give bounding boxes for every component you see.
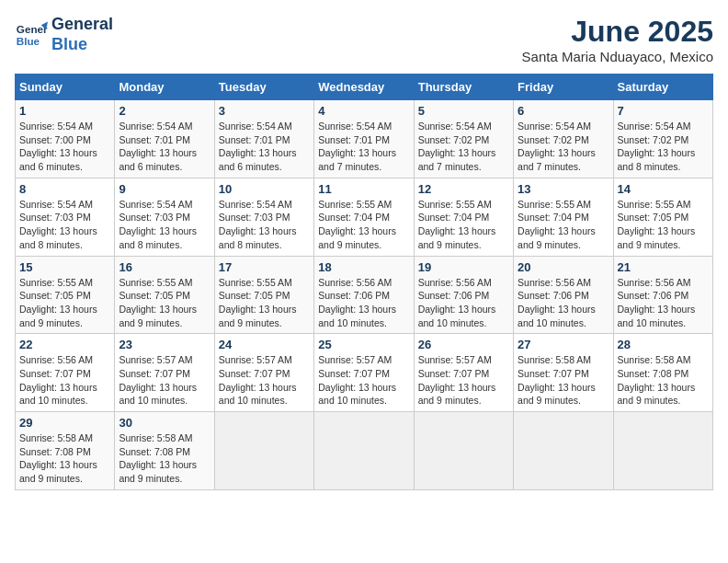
day-info: Sunrise: 5:58 AMSunset: 7:08 PMDaylight:… bbox=[19, 432, 97, 484]
title-area: June 2025 Santa Maria Nduayaco, Mexico bbox=[522, 15, 713, 64]
day-number: 29 bbox=[19, 416, 110, 430]
day-cell: 2 Sunrise: 5:54 AMSunset: 7:01 PMDayligh… bbox=[115, 100, 214, 178]
calendar-title: June 2025 bbox=[522, 15, 713, 49]
empty-cell bbox=[214, 412, 313, 490]
day-number: 1 bbox=[19, 104, 110, 118]
calendar-row: 22 Sunrise: 5:56 AMSunset: 7:07 PMDaylig… bbox=[16, 334, 713, 412]
day-cell: 14 Sunrise: 5:55 AMSunset: 7:05 PMDaylig… bbox=[613, 178, 712, 256]
day-number: 4 bbox=[318, 104, 409, 118]
calendar-table: Sunday Monday Tuesday Wednesday Thursday… bbox=[15, 74, 713, 490]
day-number: 28 bbox=[618, 338, 709, 351]
day-number: 21 bbox=[618, 260, 709, 274]
day-info: Sunrise: 5:58 AMSunset: 7:08 PMDaylight:… bbox=[618, 354, 696, 406]
day-number: 5 bbox=[418, 104, 509, 118]
header-monday: Monday bbox=[115, 75, 214, 100]
day-number: 27 bbox=[518, 338, 609, 351]
day-cell: 30 Sunrise: 5:58 AMSunset: 7:08 PMDaylig… bbox=[115, 412, 214, 490]
empty-cell bbox=[613, 412, 712, 490]
day-cell: 8 Sunrise: 5:54 AMSunset: 7:03 PMDayligh… bbox=[16, 178, 115, 256]
day-cell: 19 Sunrise: 5:56 AMSunset: 7:06 PMDaylig… bbox=[414, 256, 513, 334]
day-number: 19 bbox=[418, 260, 509, 274]
day-number: 14 bbox=[618, 182, 709, 196]
day-number: 24 bbox=[219, 338, 310, 351]
day-cell: 5 Sunrise: 5:54 AMSunset: 7:02 PMDayligh… bbox=[414, 100, 513, 178]
day-number: 6 bbox=[518, 104, 609, 118]
day-number: 8 bbox=[19, 182, 110, 196]
day-info: Sunrise: 5:54 AMSunset: 7:01 PMDaylight:… bbox=[119, 121, 197, 172]
day-info: Sunrise: 5:54 AMSunset: 7:03 PMDaylight:… bbox=[19, 199, 97, 250]
calendar-subtitle: Santa Maria Nduayaco, Mexico bbox=[522, 49, 713, 64]
day-info: Sunrise: 5:55 AMSunset: 7:04 PMDaylight:… bbox=[518, 199, 596, 250]
header-saturday: Saturday bbox=[613, 75, 712, 100]
day-info: Sunrise: 5:56 AMSunset: 7:06 PMDaylight:… bbox=[418, 277, 496, 328]
page-header: General Blue General Blue June 2025 Sant… bbox=[15, 15, 713, 64]
logo-line2: Blue bbox=[51, 35, 113, 55]
weekday-header-row: Sunday Monday Tuesday Wednesday Thursday… bbox=[16, 75, 713, 100]
day-number: 11 bbox=[318, 182, 409, 196]
day-cell: 27 Sunrise: 5:58 AMSunset: 7:07 PMDaylig… bbox=[514, 334, 613, 412]
day-cell: 23 Sunrise: 5:57 AMSunset: 7:07 PMDaylig… bbox=[115, 334, 214, 412]
day-info: Sunrise: 5:55 AMSunset: 7:04 PMDaylight:… bbox=[418, 199, 496, 250]
day-number: 12 bbox=[418, 182, 509, 196]
calendar-row: 15 Sunrise: 5:55 AMSunset: 7:05 PMDaylig… bbox=[16, 256, 713, 334]
day-cell: 9 Sunrise: 5:54 AMSunset: 7:03 PMDayligh… bbox=[115, 178, 214, 256]
empty-cell bbox=[414, 412, 513, 490]
day-number: 7 bbox=[618, 104, 709, 118]
day-info: Sunrise: 5:56 AMSunset: 7:07 PMDaylight:… bbox=[19, 354, 97, 406]
day-cell: 22 Sunrise: 5:56 AMSunset: 7:07 PMDaylig… bbox=[16, 334, 115, 412]
day-cell: 17 Sunrise: 5:55 AMSunset: 7:05 PMDaylig… bbox=[214, 256, 313, 334]
day-number: 17 bbox=[219, 260, 310, 274]
day-info: Sunrise: 5:57 AMSunset: 7:07 PMDaylight:… bbox=[119, 354, 197, 406]
header-wednesday: Wednesday bbox=[314, 75, 414, 100]
day-cell: 6 Sunrise: 5:54 AMSunset: 7:02 PMDayligh… bbox=[514, 100, 613, 178]
day-cell: 25 Sunrise: 5:57 AMSunset: 7:07 PMDaylig… bbox=[314, 334, 414, 412]
day-cell: 11 Sunrise: 5:55 AMSunset: 7:04 PMDaylig… bbox=[314, 178, 414, 256]
day-info: Sunrise: 5:55 AMSunset: 7:05 PMDaylight:… bbox=[219, 277, 297, 328]
day-info: Sunrise: 5:57 AMSunset: 7:07 PMDaylight:… bbox=[318, 354, 396, 406]
calendar-row: 29 Sunrise: 5:58 AMSunset: 7:08 PMDaylig… bbox=[16, 412, 713, 490]
day-number: 18 bbox=[318, 260, 409, 274]
day-number: 26 bbox=[418, 338, 509, 351]
day-number: 13 bbox=[518, 182, 609, 196]
day-info: Sunrise: 5:57 AMSunset: 7:07 PMDaylight:… bbox=[418, 354, 496, 406]
day-cell: 4 Sunrise: 5:54 AMSunset: 7:01 PMDayligh… bbox=[314, 100, 414, 178]
day-number: 23 bbox=[119, 338, 210, 351]
day-number: 9 bbox=[119, 182, 210, 196]
day-cell: 24 Sunrise: 5:57 AMSunset: 7:07 PMDaylig… bbox=[214, 334, 313, 412]
day-info: Sunrise: 5:56 AMSunset: 7:06 PMDaylight:… bbox=[518, 277, 596, 328]
day-cell: 13 Sunrise: 5:55 AMSunset: 7:04 PMDaylig… bbox=[514, 178, 613, 256]
day-info: Sunrise: 5:54 AMSunset: 7:02 PMDaylight:… bbox=[518, 121, 596, 172]
header-thursday: Thursday bbox=[414, 75, 513, 100]
day-info: Sunrise: 5:56 AMSunset: 7:06 PMDaylight:… bbox=[318, 277, 396, 328]
day-number: 22 bbox=[19, 338, 110, 351]
day-info: Sunrise: 5:54 AMSunset: 7:01 PMDaylight:… bbox=[318, 121, 396, 172]
day-number: 25 bbox=[318, 338, 409, 351]
day-cell: 12 Sunrise: 5:55 AMSunset: 7:04 PMDaylig… bbox=[414, 178, 513, 256]
empty-cell bbox=[314, 412, 414, 490]
day-cell: 10 Sunrise: 5:54 AMSunset: 7:03 PMDaylig… bbox=[214, 178, 313, 256]
day-info: Sunrise: 5:55 AMSunset: 7:05 PMDaylight:… bbox=[119, 277, 197, 328]
empty-cell bbox=[514, 412, 613, 490]
day-info: Sunrise: 5:56 AMSunset: 7:06 PMDaylight:… bbox=[618, 277, 696, 328]
header-tuesday: Tuesday bbox=[214, 75, 313, 100]
logo-line1: General bbox=[51, 15, 113, 35]
header-friday: Friday bbox=[514, 75, 613, 100]
day-number: 16 bbox=[119, 260, 210, 274]
day-info: Sunrise: 5:55 AMSunset: 7:05 PMDaylight:… bbox=[618, 199, 696, 250]
day-cell: 21 Sunrise: 5:56 AMSunset: 7:06 PMDaylig… bbox=[613, 256, 712, 334]
day-cell: 1 Sunrise: 5:54 AMSunset: 7:00 PMDayligh… bbox=[16, 100, 115, 178]
day-cell: 3 Sunrise: 5:54 AMSunset: 7:01 PMDayligh… bbox=[214, 100, 313, 178]
day-cell: 16 Sunrise: 5:55 AMSunset: 7:05 PMDaylig… bbox=[115, 256, 214, 334]
day-info: Sunrise: 5:54 AMSunset: 7:03 PMDaylight:… bbox=[119, 199, 197, 250]
svg-text:Blue: Blue bbox=[17, 34, 40, 46]
day-cell: 20 Sunrise: 5:56 AMSunset: 7:06 PMDaylig… bbox=[514, 256, 613, 334]
day-number: 15 bbox=[19, 260, 110, 274]
day-info: Sunrise: 5:58 AMSunset: 7:07 PMDaylight:… bbox=[518, 354, 596, 406]
day-cell: 28 Sunrise: 5:58 AMSunset: 7:08 PMDaylig… bbox=[613, 334, 712, 412]
day-info: Sunrise: 5:54 AMSunset: 7:03 PMDaylight:… bbox=[219, 199, 297, 250]
day-info: Sunrise: 5:54 AMSunset: 7:02 PMDaylight:… bbox=[418, 121, 496, 172]
day-info: Sunrise: 5:54 AMSunset: 7:01 PMDaylight:… bbox=[219, 121, 297, 172]
calendar-row: 1 Sunrise: 5:54 AMSunset: 7:00 PMDayligh… bbox=[16, 100, 713, 178]
header-sunday: Sunday bbox=[16, 75, 115, 100]
day-number: 30 bbox=[119, 416, 210, 430]
